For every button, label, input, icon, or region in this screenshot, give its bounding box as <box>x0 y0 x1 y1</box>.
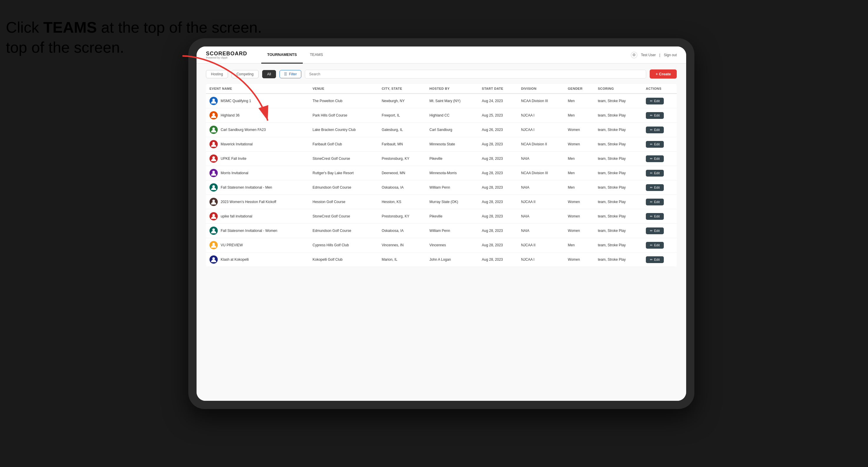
sign-out-link[interactable]: Sign out <box>664 53 677 57</box>
edit-button-10[interactable]: ✏ Edit <box>646 242 664 249</box>
cell-date-6: Aug 28, 2023 <box>478 180 518 195</box>
hosting-filter-btn[interactable]: Hosting <box>206 70 228 78</box>
edit-button-0[interactable]: ✏ Edit <box>646 98 664 104</box>
cell-scoring-6: team, Stroke Play <box>594 180 642 195</box>
edit-pencil-icon: ✏ <box>650 157 653 161</box>
cell-hosted-0: Mt. Saint Mary (NY) <box>426 94 478 108</box>
cell-gender-10: Men <box>564 238 594 252</box>
edit-button-3[interactable]: ✏ Edit <box>646 141 664 148</box>
cell-venue-7: Hesston Golf Course <box>309 195 378 209</box>
table-row: Maverick Invitational Faribault Golf Clu… <box>206 137 677 152</box>
cell-actions-4: ✏ Edit <box>642 152 677 166</box>
table-body: MSMC Qualifying 1 The Powelton Club Newb… <box>206 94 677 267</box>
cell-actions-1: ✏ Edit <box>642 108 677 123</box>
edit-pencil-icon: ✏ <box>650 128 653 132</box>
filter-options-btn[interactable]: ☰ Filter <box>280 70 301 78</box>
svg-point-1 <box>212 99 215 101</box>
edit-button-4[interactable]: ✏ Edit <box>646 155 664 162</box>
instruction-text-after: at the top of the screen. <box>97 19 262 36</box>
cell-actions-5: ✏ Edit <box>642 166 677 180</box>
cell-actions-2: ✏ Edit <box>642 123 677 137</box>
edit-button-5[interactable]: ✏ Edit <box>646 170 664 177</box>
team-icon-3 <box>210 140 218 148</box>
edit-button-11[interactable]: ✏ Edit <box>646 256 664 263</box>
team-icon-7 <box>210 198 218 206</box>
settings-icon[interactable]: ⚙ <box>631 52 637 58</box>
cell-division-8: NAIA <box>518 209 564 224</box>
col-scoring: SCORING <box>594 84 642 94</box>
svg-point-5 <box>212 156 215 159</box>
team-icon-1 <box>210 111 218 120</box>
cell-division-3: NCAA Division II <box>518 137 564 152</box>
table-row: 2023 Women's Hesston Fall Kickoff Hessto… <box>206 195 677 209</box>
main-content: Hosting Competing All ☰ Filter + Create … <box>196 64 686 401</box>
svg-point-7 <box>212 185 215 188</box>
team-icon-8 <box>210 212 218 220</box>
cell-city-1: Freeport, IL <box>378 108 426 123</box>
col-start-date: START DATE <box>478 84 518 94</box>
cell-scoring-9: team, Stroke Play <box>594 224 642 238</box>
cell-hosted-6: William Penn <box>426 180 478 195</box>
tab-teams[interactable]: TEAMS <box>304 46 329 64</box>
cell-city-7: Hesston, KS <box>378 195 426 209</box>
cell-event-7: 2023 Women's Hesston Fall Kickoff <box>206 195 309 209</box>
cell-date-4: Aug 28, 2023 <box>478 152 518 166</box>
cell-venue-11: Kokopelli Golf Club <box>309 252 378 267</box>
all-filter-btn[interactable]: All <box>262 70 276 78</box>
edit-pencil-icon: ✏ <box>650 171 653 175</box>
cell-division-11: NJCAA I <box>518 252 564 267</box>
cell-gender-1: Men <box>564 108 594 123</box>
cell-division-4: NAIA <box>518 152 564 166</box>
edit-pencil-icon: ✏ <box>650 114 653 117</box>
edit-button-8[interactable]: ✏ Edit <box>646 213 664 220</box>
cell-city-2: Galesburg, IL <box>378 123 426 137</box>
cell-gender-4: Men <box>564 152 594 166</box>
team-icon-9 <box>210 226 218 235</box>
cell-actions-9: ✏ Edit <box>642 224 677 238</box>
edit-button-9[interactable]: ✏ Edit <box>646 227 664 234</box>
team-icon-4 <box>210 155 218 163</box>
cell-division-6: NAIA <box>518 180 564 195</box>
svg-point-10 <box>212 228 215 231</box>
tablet-frame: SCOREBOARD Powered by clippit TOURNAMENT… <box>188 38 694 409</box>
cell-date-7: Aug 28, 2023 <box>478 195 518 209</box>
nav-tabs: TOURNAMENTS TEAMS <box>261 46 631 64</box>
edit-button-6[interactable]: ✏ Edit <box>646 184 664 191</box>
cell-date-10: Aug 28, 2023 <box>478 238 518 252</box>
cell-hosted-5: Minnesota-Morris <box>426 166 478 180</box>
cell-actions-0: ✏ Edit <box>642 94 677 108</box>
competing-filter-btn[interactable]: Competing <box>231 70 259 78</box>
cell-event-3: Maverick Invitational <box>206 137 309 152</box>
team-icon-2 <box>210 126 218 134</box>
team-icon-0 <box>210 97 218 105</box>
cell-event-2: Carl Sandburg Women FA23 <box>206 123 309 137</box>
cell-scoring-7: team, Stroke Play <box>594 195 642 209</box>
cell-division-10: NJCAA II <box>518 238 564 252</box>
cell-date-2: Aug 26, 2023 <box>478 123 518 137</box>
instruction-text-before: Click <box>6 19 43 36</box>
svg-point-11 <box>212 243 215 245</box>
cell-gender-5: Men <box>564 166 594 180</box>
filter-bar: Hosting Competing All ☰ Filter + Create <box>206 69 677 79</box>
create-button[interactable]: + Create <box>650 69 677 79</box>
cell-hosted-10: Vincennes <box>426 238 478 252</box>
svg-point-12 <box>212 257 215 260</box>
cell-venue-10: Cypress Hills Golf Club <box>309 238 378 252</box>
cell-date-3: Aug 28, 2023 <box>478 137 518 152</box>
col-actions: ACTIONS <box>642 84 677 94</box>
cell-division-0: NCAA Division III <box>518 94 564 108</box>
search-input[interactable] <box>305 70 646 79</box>
table-row: Fall Statesmen Invitational - Women Edmu… <box>206 224 677 238</box>
cell-hosted-1: Highland CC <box>426 108 478 123</box>
edit-pencil-icon: ✏ <box>650 215 653 218</box>
cell-date-8: Aug 28, 2023 <box>478 209 518 224</box>
cell-venue-4: StoneCrest Golf Course <box>309 152 378 166</box>
edit-button-2[interactable]: ✏ Edit <box>646 127 664 133</box>
cell-gender-0: Men <box>564 94 594 108</box>
edit-button-1[interactable]: ✏ Edit <box>646 112 664 119</box>
edit-button-7[interactable]: ✏ Edit <box>646 199 664 206</box>
svg-point-4 <box>212 142 215 145</box>
cell-city-8: Prestonsburg, KY <box>378 209 426 224</box>
cell-date-5: Aug 28, 2023 <box>478 166 518 180</box>
tab-tournaments[interactable]: TOURNAMENTS <box>261 46 303 64</box>
